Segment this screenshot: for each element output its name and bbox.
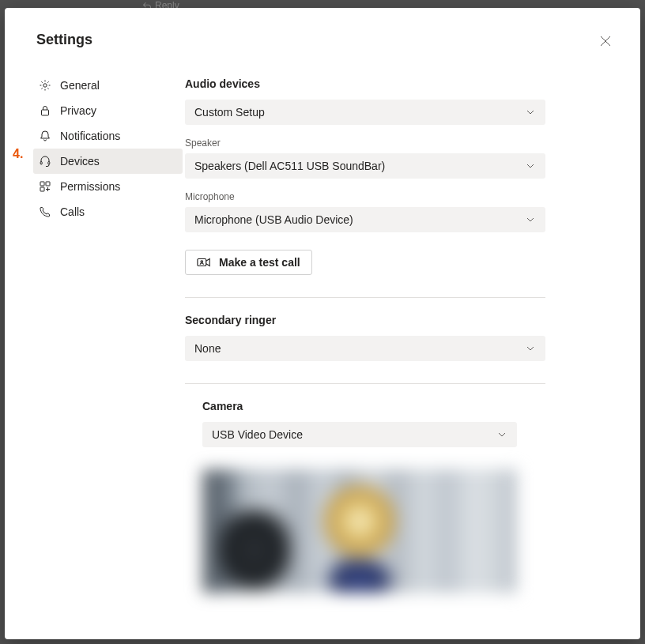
phone-icon: [38, 205, 52, 219]
sidebar-item-label: Devices: [60, 155, 100, 168]
sidebar-item-label: General: [60, 79, 100, 92]
select-value: Speakers (Dell AC511 USB SoundBar): [194, 160, 385, 172]
dialog-title: Settings: [36, 32, 92, 48]
speaker-label: Speaker: [185, 137, 545, 149]
svg-rect-4: [40, 182, 44, 186]
settings-content: Audio devices Custom Setup Speaker Speak…: [183, 73, 640, 623]
sidebar-item-calls[interactable]: Calls: [33, 199, 183, 224]
select-value: Microphone (USB Audio Device): [194, 213, 353, 226]
section-divider: [185, 297, 545, 298]
svg-rect-1: [42, 110, 49, 115]
audio-devices-title: Audio devices: [185, 77, 545, 90]
sidebar-item-privacy[interactable]: Privacy: [33, 98, 183, 123]
sidebar-item-notifications[interactable]: Notifications: [33, 123, 183, 149]
sidebar-item-devices[interactable]: Devices: [33, 149, 183, 174]
select-value: USB Video Device: [212, 428, 303, 441]
microphone-label: Microphone: [185, 191, 545, 202]
sidebar-item-label: Privacy: [60, 104, 96, 117]
headset-icon: [38, 154, 52, 168]
svg-rect-5: [46, 182, 50, 186]
svg-rect-2: [40, 162, 42, 165]
svg-rect-3: [48, 162, 50, 165]
dialog-body: General Privacy Notifications Devices: [5, 73, 640, 623]
chevron-down-icon: [525, 160, 536, 171]
sidebar-item-permissions[interactable]: Permissions: [33, 174, 183, 199]
camera-preview-shadow: [215, 507, 294, 593]
camera-preview: [202, 469, 517, 593]
make-test-call-button[interactable]: Make a test call: [185, 250, 312, 275]
sidebar-item-general[interactable]: General: [33, 73, 183, 98]
chevron-down-icon: [525, 343, 536, 354]
settings-sidebar: General Privacy Notifications Devices: [5, 73, 183, 623]
dialog-header: Settings: [5, 32, 640, 73]
sidebar-item-label: Notifications: [60, 130, 120, 142]
chevron-down-icon: [525, 107, 536, 118]
svg-point-8: [201, 261, 203, 263]
lock-icon: [38, 104, 52, 118]
secondary-ringer-title: Secondary ringer: [185, 314, 545, 326]
button-label: Make a test call: [219, 256, 300, 269]
microphone-select[interactable]: Microphone (USB Audio Device): [185, 207, 545, 232]
app-icon: [38, 179, 52, 194]
section-divider: [185, 383, 545, 384]
audio-setup-select[interactable]: Custom Setup: [185, 100, 545, 125]
secondary-ringer-select[interactable]: None: [185, 336, 545, 361]
step-annotation: 4.: [13, 147, 23, 161]
svg-rect-6: [40, 187, 44, 191]
svg-point-0: [43, 84, 47, 87]
gear-icon: [38, 78, 52, 92]
sidebar-item-label: Calls: [60, 205, 85, 218]
bell-icon: [38, 129, 52, 143]
chevron-down-icon: [496, 429, 507, 440]
close-button[interactable]: [596, 32, 615, 51]
select-value: None: [194, 342, 221, 355]
camera-title: Camera: [202, 400, 545, 412]
select-value: Custom Setup: [194, 106, 265, 119]
test-call-icon: [197, 256, 211, 269]
speaker-select[interactable]: Speakers (Dell AC511 USB SoundBar): [185, 153, 545, 179]
settings-dialog: Settings General Privacy: [5, 8, 640, 639]
sidebar-item-label: Permissions: [60, 180, 120, 193]
close-icon: [600, 36, 611, 47]
chevron-down-icon: [525, 214, 536, 225]
camera-select[interactable]: USB Video Device: [202, 422, 517, 447]
